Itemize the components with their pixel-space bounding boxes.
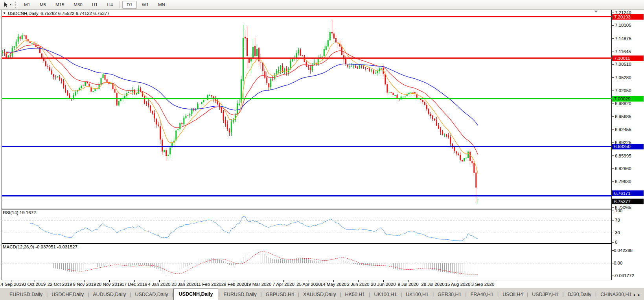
candle-body <box>2 52 3 53</box>
chart-tab-eurusd-daily[interactable]: EURUSD,Daily <box>6 289 46 300</box>
chart-tab-xauusd-daily[interactable]: XAUUSD,Daily <box>299 289 340 300</box>
candle-body <box>469 152 471 161</box>
chart-tab-usdchf-daily[interactable]: USDCHF,Daily <box>48 289 88 300</box>
timeframe-button-m1[interactable]: M1 <box>20 1 35 9</box>
candle-body <box>45 61 46 66</box>
candle-body <box>454 147 455 151</box>
candle-body <box>59 77 60 80</box>
candle-body <box>345 59 346 64</box>
candle-body <box>262 63 263 71</box>
chart-tab-fra40-h1[interactable]: FRA40,H1 <box>467 289 497 300</box>
candle-body <box>31 43 33 44</box>
candle-body <box>187 116 188 116</box>
timeframe-button-w1[interactable]: W1 <box>138 1 153 9</box>
moving-average-55[interactable] <box>6 48 478 126</box>
candle-body <box>65 87 66 91</box>
candle-body <box>63 81 64 87</box>
collapse-arrow-icon[interactable]: ▼ <box>3 12 6 15</box>
chart-tab-list: EURUSD,Daily|USDCHF,Daily|AUDUSD,Daily|U… <box>6 289 631 300</box>
timeframe-button-h4[interactable]: H4 <box>103 1 117 9</box>
rsi-line <box>30 217 478 241</box>
candle-body <box>428 109 429 114</box>
candle-body <box>412 92 414 93</box>
candle-body <box>432 116 433 119</box>
candle-body <box>405 96 406 97</box>
candle-body <box>105 75 106 80</box>
candle-body <box>403 97 404 97</box>
candle-body <box>130 92 131 92</box>
timeframe-button-m15[interactable]: M15 <box>51 1 68 9</box>
candle-body <box>353 66 354 67</box>
candle-body <box>351 66 352 67</box>
candle-body <box>373 70 374 74</box>
candle-body <box>229 130 230 133</box>
candle-body <box>243 38 244 81</box>
chart-tab-usdjpy-h1[interactable]: USDJPY,H1 <box>528 289 562 300</box>
date-axis-label: 7 Apr 2020 <box>272 282 294 287</box>
candle-body <box>410 93 412 93</box>
chart-tab-usoil-h4[interactable]: USOil,H4 <box>499 289 527 300</box>
chart-tab-bar: EURUSD,Daily|USDCHF,Daily|AUDUSD,Daily|U… <box>0 288 644 300</box>
toolbar-grip[interactable] <box>15 2 16 8</box>
candle-body <box>41 54 42 57</box>
candle-body <box>118 101 120 106</box>
candle-body <box>438 125 439 128</box>
chart-canvas[interactable]: 7.212407.181057.148757.116457.085107.052… <box>0 10 644 288</box>
candle-body <box>181 123 182 124</box>
timeframe-button-d1[interactable]: D1 <box>122 1 137 9</box>
candle-body <box>179 123 180 129</box>
candle-body <box>4 52 5 53</box>
chart-tab-usdcnh-daily[interactable]: USDCNH,Daily <box>173 289 219 300</box>
candle-body <box>94 89 96 91</box>
chart-tab-usdcad-daily[interactable]: USDCAD,Daily <box>131 289 172 300</box>
candle-body <box>107 80 108 82</box>
candle-body <box>440 129 441 132</box>
macd-axis-label: -0.041772 <box>614 273 634 278</box>
timeframe-button-h1[interactable]: H1 <box>88 1 102 9</box>
candle-body <box>18 37 19 42</box>
price-axis-label: 6.98820 <box>615 101 631 106</box>
candle-body <box>371 70 372 70</box>
timeframe-button-m5[interactable]: M5 <box>35 1 50 9</box>
candle-body <box>393 93 394 95</box>
chart-tab-ger30-h1[interactable]: GER30,H1 <box>434 289 465 300</box>
cursor-tool-button[interactable]: ▾ <box>2 1 13 9</box>
date-axis-label: 4 Jan 2020 <box>148 282 171 287</box>
candle-body <box>349 66 350 67</box>
price-axis-label: 6.79630 <box>615 179 631 184</box>
candle-body <box>359 66 360 69</box>
chart-tab-china300-h1[interactable]: CHINA300,H1 <box>596 289 631 300</box>
chart-tab-hk50-h1[interactable]: HK50,H1 <box>341 289 369 300</box>
candle-body <box>142 92 143 96</box>
candle-body <box>390 92 392 93</box>
chart-tab-uk100-h1[interactable]: UK100,H1 <box>402 289 432 300</box>
candle-body <box>302 56 303 56</box>
candle-body <box>199 104 201 104</box>
candle-body <box>211 95 212 96</box>
candle-body <box>57 77 58 77</box>
candle-body <box>335 38 337 43</box>
candle-body <box>436 120 437 126</box>
candle-body <box>424 102 425 105</box>
price-axis-label: 7.18105 <box>615 23 631 28</box>
chart-shift-marker[interactable] <box>594 11 598 13</box>
macd-axis-label: 0.00 <box>614 261 622 265</box>
candle-body <box>51 70 52 74</box>
date-axis-label: 25 Apr 2020 <box>296 282 321 287</box>
tab-scroll-left-icon[interactable]: ◂ <box>633 293 635 297</box>
chart-tab-audusd-daily[interactable]: AUDUSD,Daily <box>89 289 130 300</box>
tab-scroll-right-icon[interactable]: ▸ <box>638 293 640 297</box>
timeframe-button-m30[interactable]: M30 <box>69 1 86 9</box>
candle-body <box>75 92 76 96</box>
chart-tab-eurusd-daily[interactable]: EURUSD,Daily <box>220 289 261 300</box>
chart-tab-uk100-h1[interactable]: UK100,H1 <box>370 289 401 300</box>
candle-body <box>322 57 323 57</box>
candle-body <box>369 69 370 71</box>
timeframe-button-mn[interactable]: MN <box>154 1 169 9</box>
tab-scroll-arrows: ◂ ▸ <box>631 293 644 300</box>
chart-tab-dj30-daily[interactable]: DJ30,Daily <box>564 289 595 300</box>
chart-tab-gbpusd-h4[interactable]: GBPUSD,H4 <box>262 289 298 300</box>
candle-body <box>365 68 366 68</box>
candle-body <box>132 90 133 92</box>
rsi-axis-label: 70 <box>615 218 620 222</box>
